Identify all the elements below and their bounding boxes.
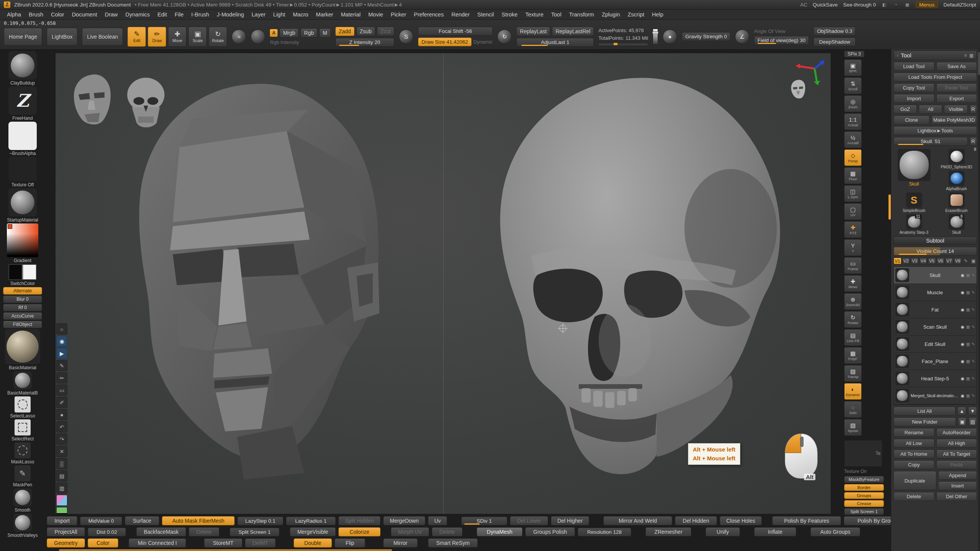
all-low-button[interactable]: All Low (893, 439, 934, 448)
menu-item[interactable]: I-Brush (188, 11, 213, 18)
menu-item[interactable]: Zplugin (598, 11, 624, 18)
copy-subtool-button[interactable]: Copy (893, 460, 934, 469)
menu-item[interactable]: Render (448, 11, 474, 18)
subtool-version-tab[interactable]: V7 (945, 258, 953, 264)
visible-count-slider[interactable]: Visible Count 14 (893, 247, 977, 256)
palette-item[interactable]: FreeHand (8, 86, 37, 121)
palette-item[interactable]: BasicMaterialB (7, 371, 38, 396)
bottom-button[interactable]: MergeVisible (290, 527, 336, 536)
mrgb-button[interactable]: Mrgb (279, 28, 299, 37)
menu-item[interactable]: Texture (521, 11, 547, 18)
bottom-button[interactable]: Double (294, 538, 332, 548)
replay-last-button[interactable]: ReplayLast (516, 27, 550, 36)
menu-item[interactable]: Color (47, 11, 68, 18)
rename-button[interactable]: Rename (893, 428, 934, 437)
insert-button[interactable]: Insert (938, 481, 977, 490)
bottom-button[interactable]: Split Screen 1 (230, 528, 279, 536)
frame-icon[interactable]: ▭ Frame (844, 257, 862, 274)
subtool-version-tab[interactable]: V6 (937, 258, 945, 264)
subtool-edit-icon[interactable]: ✎ (972, 324, 975, 329)
menu-item[interactable]: Macro (289, 11, 312, 18)
draw-size-slider[interactable]: Draw Size 41.42062 (418, 37, 472, 46)
split-screen-slider[interactable]: Split Screen 1 (844, 508, 884, 515)
select-cursor-icon[interactable]: ▶ (56, 348, 67, 359)
live-boolean-button[interactable]: Live Boolean (82, 28, 123, 46)
home-page-button[interactable]: Home Page (4, 28, 42, 46)
floor-icon[interactable]: ▦ Floor (844, 167, 862, 184)
panel-gear-icon[interactable]: ▦ (969, 53, 973, 58)
linefill-icon[interactable]: ▤ Line Fill (844, 329, 862, 346)
menu-item[interactable]: J-Modeling (213, 11, 248, 18)
zcut-button[interactable]: Zcut (377, 27, 394, 36)
bottom-button[interactable]: Unify (706, 527, 740, 536)
load-tool-button[interactable]: Load Tool (893, 62, 934, 71)
menu-item[interactable]: Preferences (410, 11, 448, 18)
visibility-eye-icon[interactable]: ◉ (961, 342, 965, 347)
vertical-gradient-slider[interactable] (653, 29, 658, 45)
menu-item[interactable]: Tool (547, 11, 565, 18)
bottom-button[interactable]: Close Holes (720, 516, 762, 525)
list-all-button[interactable]: List All (893, 407, 956, 416)
gravity-icon[interactable]: ● (663, 29, 677, 44)
menu-item[interactable]: Document (68, 11, 101, 18)
bottom-button[interactable]: Smart ReSym (428, 538, 478, 548)
panel-back-icon[interactable]: ‹ (897, 53, 898, 58)
subtool-folder-icon[interactable]: ▣ (970, 258, 977, 264)
swatch-green-icon[interactable] (56, 507, 67, 514)
menu-item[interactable]: Light (270, 11, 289, 18)
tool-thumbnail-item[interactable]: Skull (893, 149, 934, 191)
menu-item[interactable]: Stencil (474, 11, 498, 18)
bottom-button[interactable]: Import (47, 516, 77, 525)
quicksave-button[interactable]: QuickSave (813, 2, 838, 8)
palette-item[interactable]: Smooth (13, 488, 32, 513)
menu-item[interactable]: Movie (364, 11, 387, 18)
active-tool-slider[interactable]: Skull. 51 (893, 137, 968, 146)
menu-item[interactable]: Alpha (3, 11, 25, 18)
menu-item[interactable]: Edit (154, 11, 171, 18)
subtool-row[interactable]: Scan Skull ◉ ▦ ✎ (894, 318, 977, 336)
field-of-view-icon[interactable]: ∠ (735, 29, 750, 44)
subtool-row[interactable]: Fat ◉ ▦ ✎ (894, 301, 977, 318)
move-icon[interactable]: ✚ Move (844, 275, 862, 292)
palette-item[interactable]: SmoothValleys (7, 514, 38, 538)
bottom-button[interactable]: Uv (428, 516, 447, 525)
see-through-slider[interactable]: See-through 0 (843, 2, 876, 8)
subtool-edit-icon[interactable]: ✎ (972, 307, 975, 312)
palette-item[interactable]: SwitchColor (8, 264, 37, 286)
undo-icon[interactable]: ↶ (56, 421, 67, 432)
paste-subtool-button[interactable]: Paste (936, 460, 977, 469)
menu-item[interactable]: Picker (387, 11, 410, 18)
rf-slider[interactable]: Rf 0 (3, 304, 42, 311)
marker-icon[interactable]: ✐ (56, 397, 67, 408)
subtool-row[interactable]: Skull ◉ ▦ ✎ (894, 267, 977, 284)
bottom-button[interactable]: ZRemesher (645, 527, 691, 536)
tool-thumbnail-item[interactable]: PM3D_Sphere3D (936, 149, 977, 169)
bottom-button[interactable]: Del Hidden (675, 516, 717, 525)
stroke-preview-icon[interactable]: ≈ (232, 29, 246, 44)
xyz-icon[interactable]: ✚ XYZ (844, 221, 862, 238)
dot-brush-icon[interactable]: ● (56, 409, 67, 420)
draw-mode-button[interactable]: ✏ Draw (148, 27, 166, 47)
palette-item[interactable]: SelectRect (11, 419, 34, 442)
r-button[interactable]: R (970, 105, 977, 114)
bottom-button[interactable]: Resolution 128 (578, 528, 631, 536)
bottom-button[interactable]: ProjectAll (47, 527, 85, 536)
goz-button[interactable]: GoZ (893, 105, 917, 114)
menu-item[interactable]: Dynamics (122, 11, 154, 18)
history-thumbnail-skull[interactable] (121, 75, 170, 132)
persp-icon[interactable]: ◇ Persp (844, 149, 862, 166)
light-icon[interactable]: ☼ (56, 323, 67, 334)
bottom-button[interactable]: LazyStep 0.1 (237, 517, 283, 525)
camera-head-icon[interactable] (789, 78, 807, 101)
subtool-version-tab[interactable]: V5 (928, 258, 936, 264)
load-tools-from-project-button[interactable]: Load Tools From Project (893, 73, 977, 82)
menu-item[interactable]: Marker (312, 11, 337, 18)
bottom-button[interactable]: MergeDown (383, 516, 425, 525)
rotate-mode-button[interactable]: ↻ Rotate (209, 27, 227, 47)
delete-subtool-button[interactable]: Delete (893, 492, 934, 501)
y-icon[interactable]: Y Y (844, 239, 862, 256)
subtool-row[interactable]: Head Step-5 ◉ ▦ ✎ (894, 370, 977, 387)
subtool-edit-icon[interactable]: ✎ (972, 359, 975, 364)
swatch-duo-icon[interactable] (56, 495, 67, 506)
actual-icon[interactable]: 1:1 Actual (844, 113, 862, 130)
